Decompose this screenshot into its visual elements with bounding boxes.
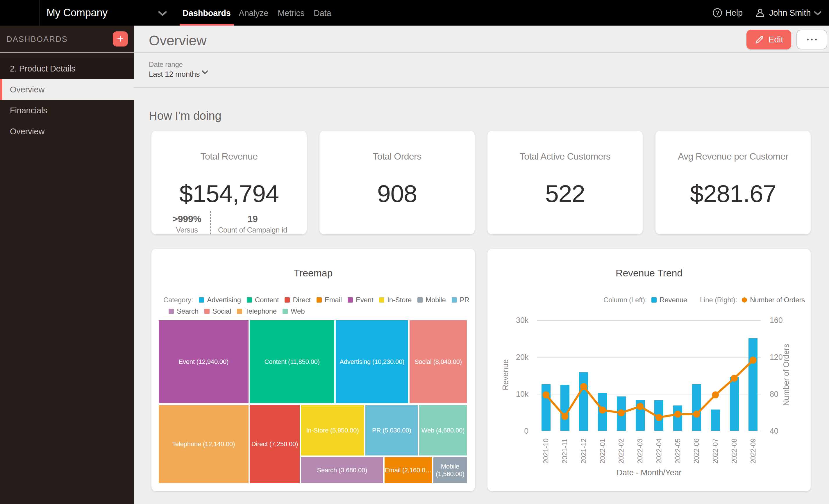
svg-text:?: ? (716, 9, 719, 16)
